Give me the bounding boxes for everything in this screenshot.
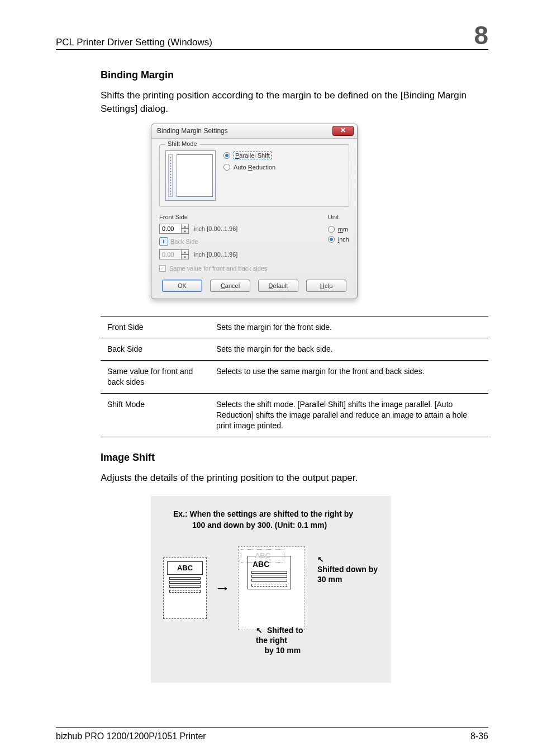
footer-pagenum: 8-36 (470, 731, 488, 741)
option-desc: Sets the margin for the back side. (210, 338, 488, 361)
same-value-post: d back sides (233, 265, 267, 272)
same-value-checkbox: ✓ (159, 265, 166, 272)
ok-button[interactable]: OK (162, 280, 202, 292)
dialog-titlebar: Binding Margin Settings ✕ (151, 124, 357, 139)
shift-mode-group: Shift Mode Parallel Shift (159, 144, 349, 207)
image-shift-description: Adjusts the details of the printing posi… (101, 471, 488, 485)
section-heading-binding-margin: Binding Margin (101, 69, 488, 81)
arrow-right-icon: → (215, 579, 230, 597)
auto-reduction-post: eduction (253, 164, 276, 171)
dialog-title: Binding Margin Settings (157, 127, 228, 135)
front-side-range: inch [0.00..1.96] (194, 225, 237, 232)
auto-reduction-accel: R (248, 164, 253, 171)
section-heading-image-shift: Image Shift (101, 452, 488, 464)
option-name: Front Side (101, 316, 210, 338)
shifted-right-caption: ↖ Shifted to the right by 10 mm (256, 625, 305, 656)
shift-preview-image (165, 150, 216, 201)
front-side-spinner[interactable]: ▲▼ (159, 224, 189, 234)
binding-margin-settings-dialog: Binding Margin Settings ✕ Shift Mode (151, 124, 358, 299)
front-side-value[interactable] (159, 224, 182, 234)
parallel-shift-radio[interactable]: Parallel Shift (223, 152, 275, 159)
shifted-down-caption: ↖ Shifted down by 30 mm (317, 554, 384, 585)
option-desc: Selects to use the same margin for the f… (210, 361, 488, 394)
header-title: PCL Printer Driver Setting (Windows) (56, 37, 212, 48)
abc-label: ABC (167, 561, 203, 575)
back-side-label: iBack Side (159, 237, 237, 246)
footer-product: bizhub PRO 1200/1200P/1051 Printer (56, 731, 206, 741)
same-value-pre: Same value for front a (169, 265, 230, 272)
info-icon: i (159, 237, 168, 246)
example-diagram: ABC → ABC ABC ↖ (163, 546, 379, 664)
back-side-range: inch [0.00..1.96] (194, 251, 237, 258)
cancel-button[interactable]: Cancel (210, 280, 250, 292)
image-shift-example: Ex.: When the settings are shifted to th… (151, 496, 391, 683)
arrow-diagonal-icon: ↖ (256, 625, 263, 635)
auto-reduction-radio[interactable]: Auto Reduction (223, 164, 275, 171)
table-row: Same value for front and back sides Sele… (101, 361, 488, 394)
example-title-line2: 100 and down by 300. (Unit: 0.1 mm) (192, 521, 379, 530)
ghost-abc: ABC (241, 549, 284, 563)
example-original-page: ABC (163, 557, 207, 619)
option-name: Shift Mode (101, 394, 210, 437)
default-button[interactable]: Default (258, 280, 298, 292)
binding-margin-options-table: Front Side Sets the margin for the front… (101, 316, 488, 437)
radio-unselected-icon (223, 164, 230, 171)
same-value-checkbox-row: ✓ Same value for front and back sides (159, 265, 349, 272)
help-button[interactable]: Help (306, 280, 346, 292)
radio-unselected-icon (328, 226, 335, 233)
example-shifted-outer: ABC ABC (238, 546, 305, 630)
table-row: Front Side Sets the margin for the front… (101, 316, 488, 338)
table-row: Shift Mode Selects the shift mode. [Para… (101, 394, 488, 437)
option-name: Back Side (101, 338, 210, 361)
back-side-spinner: ▲▼ (159, 249, 189, 259)
example-shifted-page-wrap: ABC ABC ↖ Shifted down by 30 mm ↖ Shif (238, 546, 305, 630)
back-side-value (159, 249, 182, 259)
shift-mode-radios: Parallel Shift Auto Reduction (223, 150, 275, 201)
auto-reduction-pre: Auto (234, 164, 248, 171)
unit-mm-radio[interactable]: mm (328, 226, 349, 233)
option-desc: Selects the shift mode. [Parallel Shift]… (210, 394, 488, 437)
dialog-button-row: OK Cancel Default Help (159, 280, 349, 292)
binding-margin-description: Shifts the printing position according t… (101, 89, 488, 116)
shift-mode-legend: Shift Mode (165, 140, 199, 147)
margin-fields-row: Front Side ▲▼ inch [0.00..1.96] iBack Si… (159, 214, 349, 259)
option-desc: Sets the margin for the front side. (210, 316, 488, 338)
unit-inch-radio[interactable]: inch (328, 236, 349, 243)
parallel-shift-label: arallel Shift (239, 152, 269, 159)
radio-selected-icon (328, 236, 335, 243)
example-title-line1: Ex.: When the settings are shifted to th… (173, 509, 379, 518)
table-row: Back Side Sets the margin for the back s… (101, 338, 488, 361)
dialog-close-button[interactable]: ✕ (332, 126, 354, 136)
arrow-diagonal-icon: ↖ (317, 555, 324, 564)
front-side-label: Front Side (159, 214, 237, 220)
option-name: Same value for front and back sides (101, 361, 210, 394)
radio-selected-icon (223, 152, 230, 159)
page-footer: bizhub PRO 1200/1200P/1051 Printer 8-36 (56, 727, 488, 741)
page-header: PCL Printer Driver Setting (Windows) 8 (56, 22, 488, 50)
unit-legend: Unit (328, 214, 349, 220)
chapter-number: 8 (474, 22, 488, 48)
